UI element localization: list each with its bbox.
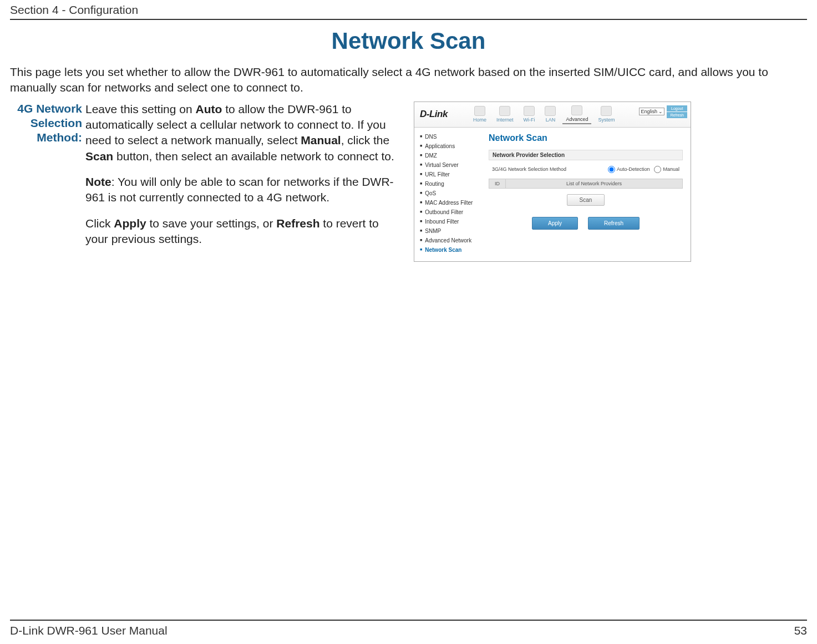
sidebar-item-snmp[interactable]: SNMP [420, 226, 481, 236]
sidebar-item-qos[interactable]: QoS [420, 189, 481, 198]
action-button-row: Apply Refresh [489, 217, 683, 230]
sidebar-item-outbound-filter[interactable]: Outbound Filter [420, 207, 481, 217]
internet-icon [499, 106, 510, 116]
wifi-icon [524, 106, 535, 116]
home-icon [474, 106, 485, 116]
text-bold: Refresh [276, 217, 319, 230]
radio-auto-label: Auto-Detection [617, 166, 650, 172]
sidebar-item-dmz[interactable]: DMZ [420, 151, 481, 160]
tab-system[interactable]: System [595, 105, 618, 124]
tab-internet[interactable]: Internet [493, 105, 517, 124]
chevron-down-icon: ⌄ [658, 109, 663, 114]
tab-home[interactable]: Home [470, 105, 490, 124]
doc-header: Section 4 - Configuration [10, 0, 807, 20]
refresh-button[interactable]: Refresh [667, 112, 687, 118]
content-panel: Network Scan Network Provider Selection … [481, 128, 691, 261]
tab-label: Home [473, 117, 486, 123]
tab-label: Internet [496, 117, 514, 123]
tab-label: System [598, 117, 615, 123]
radio-auto[interactable]: Auto-Detection [608, 166, 650, 173]
lan-icon [545, 106, 556, 116]
router-ui-screenshot: English ⌄ Logout Refresh D-Link Home Int… [414, 102, 691, 262]
sidebar-menu: DNS Applications DMZ Virtual Server URL … [414, 128, 481, 261]
text: , click the [341, 134, 390, 146]
field-label-line3: Method: [37, 131, 82, 144]
text-bold: Manual [301, 134, 341, 146]
sidebar-item-dns[interactable]: DNS [420, 132, 481, 141]
note-text: : You will only be able to scan for netw… [85, 175, 394, 204]
sidebar-item-applications[interactable]: Applications [420, 141, 481, 151]
page-footer: D-Link DWR-961 User Manual 53 [10, 620, 807, 637]
sidebar-item-mac-filter[interactable]: MAC Address Filter [420, 198, 481, 207]
col-providers: List of Network Providers [506, 179, 683, 188]
system-icon [601, 106, 612, 116]
radio-manual-label: Manual [663, 166, 679, 172]
text-bold: Auto [195, 103, 222, 115]
sidebar-item-routing[interactable]: Routing [420, 179, 481, 189]
providers-table: ID List of Network Providers [489, 179, 683, 189]
radio-auto-input[interactable] [608, 166, 615, 173]
ui-body: DNS Applications DMZ Virtual Server URL … [414, 128, 691, 261]
page-title: Network Scan [10, 28, 807, 54]
dlink-logo: D-Link [420, 109, 448, 120]
content-heading: Network Scan [489, 133, 683, 143]
note-label: Note [85, 175, 111, 188]
radio-manual-input[interactable] [654, 166, 661, 173]
sidebar-item-inbound-filter[interactable]: Inbound Filter [420, 217, 481, 226]
tab-wifi[interactable]: Wi-Fi [520, 105, 538, 124]
footer-left: D-Link DWR-961 User Manual [10, 624, 168, 637]
sidebar-item-url-filter[interactable]: URL Filter [420, 170, 481, 179]
apply-button[interactable]: Apply [532, 217, 578, 230]
tab-label: Advanced [566, 116, 588, 122]
text-bold: Apply [114, 217, 146, 230]
text-bold: Scan [85, 150, 113, 163]
nav-tabs: Home Internet Wi-Fi LAN Advanced System [470, 104, 618, 124]
language-value: English [641, 109, 657, 114]
selection-method-row: 3G/4G Network Selection Method Auto-Dete… [489, 164, 683, 175]
main-content-row: 4G Network Selection Method: Leave this … [10, 102, 807, 262]
field-label: 4G Network Selection Method: [10, 102, 82, 257]
page-number: 53 [794, 624, 807, 637]
advanced-icon [571, 105, 582, 115]
radio-manual[interactable]: Manual [654, 166, 679, 173]
language-select[interactable]: English ⌄ [639, 108, 664, 115]
description-column: 4G Network Selection Method: Leave this … [10, 102, 404, 257]
field-description: Leave this setting on Auto to allow the … [85, 102, 404, 257]
col-id: ID [489, 179, 506, 188]
logout-button[interactable]: Logout [667, 105, 687, 111]
section-header: Network Provider Selection [489, 150, 683, 160]
sidebar-item-advanced-network[interactable]: Advanced Network [420, 236, 481, 245]
tab-lan[interactable]: LAN [541, 105, 559, 124]
field-label-line1: 4G Network [17, 102, 82, 115]
scan-button[interactable]: Scan [567, 194, 605, 206]
sidebar-item-virtual-server[interactable]: Virtual Server [420, 160, 481, 170]
intro-text: This page lets you set whether to allow … [10, 64, 807, 96]
scan-row: Scan [489, 189, 683, 209]
top-right-controls: English ⌄ Logout Refresh [639, 105, 687, 118]
tab-label: Wi-Fi [523, 117, 535, 123]
field-label-line2: Selection [31, 116, 82, 129]
tab-advanced[interactable]: Advanced [562, 104, 591, 124]
row-label: 3G/4G Network Selection Method [492, 166, 603, 172]
sidebar-item-network-scan[interactable]: Network Scan [420, 245, 481, 255]
text: to save your settings, or [146, 217, 277, 230]
corner-buttons: Logout Refresh [667, 105, 687, 118]
tab-label: LAN [546, 117, 556, 123]
refresh-settings-button[interactable]: Refresh [588, 217, 640, 230]
text: Click [85, 217, 114, 230]
text: Leave this setting on [85, 103, 195, 115]
text: button, then select an available network… [113, 150, 394, 163]
